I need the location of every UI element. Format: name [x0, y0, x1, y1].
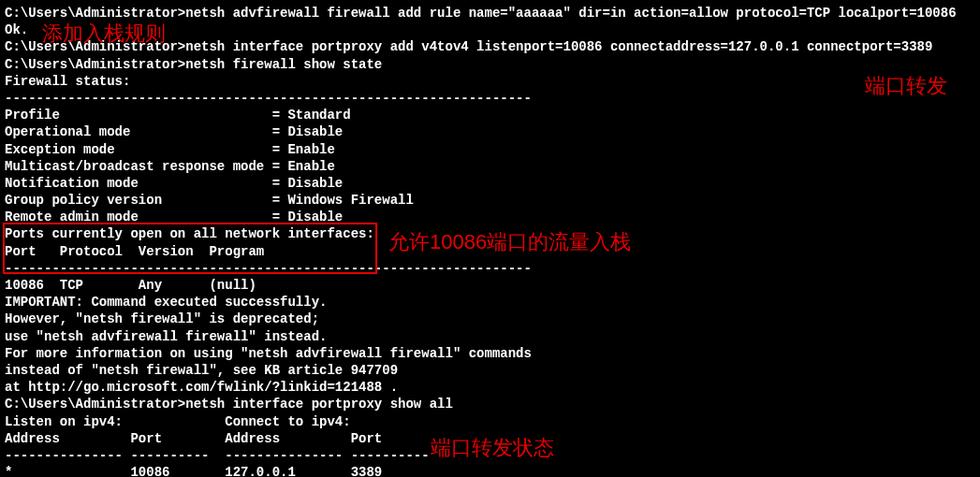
prompt-line-1: C:\Users\Administrator>netsh advfirewall…: [5, 5, 975, 22]
prompt: C:\Users\Administrator>: [5, 57, 185, 72]
important-note: use "netsh advfirewall firewall" instead…: [5, 328, 975, 345]
command-text: netsh interface portproxy show all: [185, 397, 453, 412]
prompt: C:\Users\Administrator>: [5, 6, 185, 21]
fw-row: Profile = Standard: [5, 107, 975, 123]
annotation-allow-port: 允许10086端口的流量入栈: [388, 229, 631, 256]
command-text: netsh interface portproxy add v4tov4 lis…: [185, 39, 932, 54]
important-note: For more information on using "netsh adv…: [5, 345, 975, 362]
fw-row: Group policy version = Windows Firewall: [5, 192, 975, 209]
portproxy-row: * 10086 127.0.0.1 3389: [5, 464, 975, 477]
important-note: IMPORTANT: Command executed successfully…: [5, 294, 975, 311]
annotation-port-forward: 端口转发: [865, 73, 947, 100]
command-text: netsh firewall show state: [185, 57, 382, 72]
prompt: C:\Users\Administrator>: [5, 397, 185, 412]
annotation-add-rule: 添加入栈规则: [42, 21, 166, 48]
command-text: netsh advfirewall firewall add rule name…: [185, 6, 956, 21]
fw-row: Multicast/broadcast response mode = Enab…: [5, 158, 975, 175]
prompt-line-4: C:\Users\Administrator>netsh interface p…: [5, 396, 975, 412]
fw-row: Exception mode = Enable: [5, 141, 975, 158]
important-note: at http://go.microsoft.com/fwlink/?linki…: [5, 379, 975, 396]
prompt-line-3: C:\Users\Administrator>netsh firewall sh…: [5, 56, 975, 73]
important-note: instead of "netsh firewall", see KB arti…: [5, 362, 975, 379]
fw-status-header: Firewall status:: [5, 73, 975, 90]
fw-row: Notification mode = Disable: [5, 175, 975, 192]
divider: ----------------------------------------…: [5, 260, 975, 277]
divider: ----------------------------------------…: [5, 90, 975, 107]
fw-row: Operational mode = Disable: [5, 123, 975, 140]
ports-row: 10086 TCP Any (null): [5, 277, 975, 294]
portproxy-header: Listen on ipv4: Connect to ipv4:: [5, 413, 975, 430]
annotation-forward-status: 端口转发状态: [431, 435, 554, 462]
fw-row: Remote admin mode = Disable: [5, 209, 975, 225]
important-note: However, "netsh firewall" is deprecated;: [5, 311, 975, 327]
